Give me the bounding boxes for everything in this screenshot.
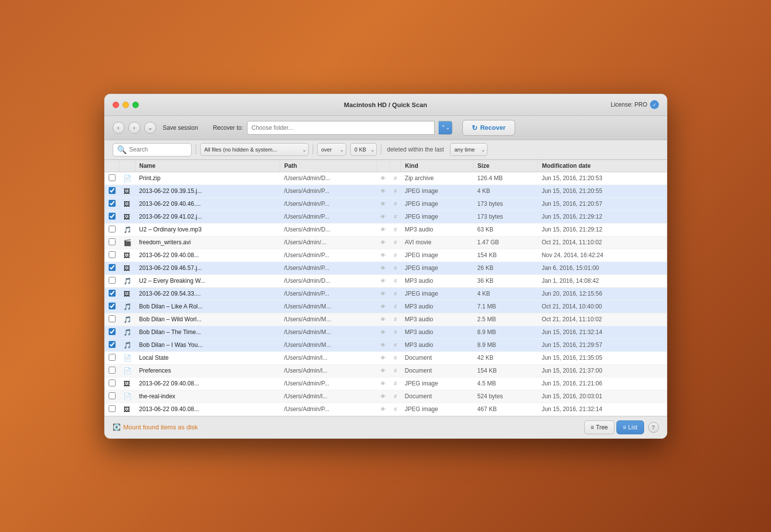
row-eye-cell[interactable]: 👁: [376, 249, 390, 262]
row-hash-cell[interactable]: #: [390, 274, 401, 287]
row-hash-cell[interactable]: #: [390, 197, 401, 210]
row-checkbox[interactable]: [109, 392, 116, 399]
row-hash-cell[interactable]: #: [390, 326, 401, 339]
list-view-button[interactable]: ≡ List: [616, 420, 644, 434]
row-checkbox[interactable]: [109, 251, 116, 258]
eye-icon[interactable]: 👁: [380, 342, 386, 348]
row-checkbox[interactable]: [109, 238, 116, 245]
row-eye-cell[interactable]: 👁: [376, 262, 390, 274]
row-hash-cell[interactable]: #: [390, 287, 401, 300]
folder-dropdown-button[interactable]: ⌃⌄: [439, 121, 452, 135]
eye-icon[interactable]: 👁: [380, 278, 386, 284]
row-eye-cell[interactable]: 👁: [376, 287, 390, 300]
row-hash-cell[interactable]: #: [390, 313, 401, 326]
eye-icon[interactable]: 👁: [380, 406, 386, 412]
hash-icon[interactable]: #: [394, 342, 397, 348]
hash-icon[interactable]: #: [394, 406, 397, 412]
row-checkbox[interactable]: [109, 174, 116, 181]
row-hash-cell[interactable]: #: [390, 185, 401, 197]
hash-icon[interactable]: #: [394, 265, 397, 271]
row-checkbox[interactable]: [109, 303, 116, 309]
eye-icon[interactable]: 👁: [380, 265, 386, 271]
row-eye-cell[interactable]: 👁: [376, 339, 390, 351]
tree-view-button[interactable]: ≡ Tree: [584, 420, 614, 434]
row-checkbox[interactable]: [109, 367, 116, 374]
folder-input[interactable]: [247, 121, 435, 135]
row-hash-cell[interactable]: #: [390, 300, 401, 313]
row-checkbox[interactable]: [109, 341, 116, 348]
row-eye-cell[interactable]: 👁: [376, 185, 390, 197]
row-eye-cell[interactable]: 👁: [376, 197, 390, 210]
eye-icon[interactable]: 👁: [380, 368, 386, 374]
row-hash-cell[interactable]: #: [390, 351, 401, 364]
row-hash-cell[interactable]: #: [390, 377, 401, 390]
row-hash-cell[interactable]: #: [390, 249, 401, 262]
row-checkbox[interactable]: [109, 380, 116, 386]
row-checkbox[interactable]: [109, 277, 116, 284]
row-eye-cell[interactable]: 👁: [376, 390, 390, 403]
hash-icon[interactable]: #: [394, 304, 397, 309]
hash-icon[interactable]: #: [394, 329, 397, 335]
row-hash-cell[interactable]: #: [390, 364, 401, 377]
eye-icon[interactable]: 👁: [380, 227, 386, 232]
back-button[interactable]: ‹: [113, 122, 124, 134]
eye-icon[interactable]: 👁: [380, 380, 386, 386]
minimize-button[interactable]: [122, 102, 129, 108]
row-eye-cell[interactable]: 👁: [376, 210, 390, 223]
row-hash-cell[interactable]: #: [390, 339, 401, 351]
row-checkbox[interactable]: [109, 354, 116, 361]
size-comparison-select[interactable]: over under: [317, 143, 346, 156]
col-path[interactable]: Path: [280, 160, 377, 172]
row-checkbox[interactable]: [109, 405, 116, 412]
row-checkbox[interactable]: [109, 213, 116, 220]
forward-button[interactable]: ›: [128, 122, 140, 134]
col-kind[interactable]: Kind: [401, 160, 474, 172]
hash-icon[interactable]: #: [394, 175, 397, 181]
col-name[interactable]: Name: [135, 160, 280, 172]
row-eye-cell[interactable]: 👁: [376, 377, 390, 390]
hash-icon[interactable]: #: [394, 380, 397, 386]
close-button[interactable]: [113, 102, 119, 108]
help-button[interactable]: ?: [648, 422, 659, 433]
row-hash-cell[interactable]: #: [390, 403, 401, 416]
eye-icon[interactable]: 👁: [380, 329, 386, 335]
eye-icon[interactable]: 👁: [380, 355, 386, 361]
hash-icon[interactable]: #: [394, 188, 397, 194]
eye-icon[interactable]: 👁: [380, 201, 386, 207]
hash-icon[interactable]: #: [394, 201, 397, 207]
time-filter-select[interactable]: any time last hour last day last week: [450, 143, 487, 156]
hash-icon[interactable]: #: [394, 252, 397, 258]
row-eye-cell[interactable]: 👁: [376, 351, 390, 364]
hash-icon[interactable]: #: [394, 355, 397, 361]
row-checkbox[interactable]: [109, 328, 116, 335]
eye-icon[interactable]: 👁: [380, 393, 386, 399]
row-hash-cell[interactable]: #: [390, 262, 401, 274]
recover-button[interactable]: ↻ Recover: [462, 120, 515, 136]
eye-icon[interactable]: 👁: [380, 188, 386, 194]
search-input[interactable]: [129, 146, 189, 153]
row-checkbox[interactable]: [109, 187, 116, 194]
eye-icon[interactable]: 👁: [380, 214, 386, 220]
row-eye-cell[interactable]: 👁: [376, 172, 390, 185]
row-hash-cell[interactable]: #: [390, 172, 401, 185]
hash-icon[interactable]: #: [394, 291, 397, 297]
hash-icon[interactable]: #: [394, 316, 397, 322]
eye-icon[interactable]: 👁: [380, 291, 386, 297]
row-eye-cell[interactable]: 👁: [376, 313, 390, 326]
row-checkbox[interactable]: [109, 290, 116, 297]
row-hash-cell[interactable]: #: [390, 210, 401, 223]
row-eye-cell[interactable]: 👁: [376, 223, 390, 236]
eye-icon[interactable]: 👁: [380, 239, 386, 245]
row-hash-cell[interactable]: #: [390, 390, 401, 403]
down-button[interactable]: ⌄: [144, 122, 156, 134]
hash-icon[interactable]: #: [394, 368, 397, 374]
eye-icon[interactable]: 👁: [380, 316, 386, 322]
row-eye-cell[interactable]: 👁: [376, 300, 390, 313]
row-eye-cell[interactable]: 👁: [376, 236, 390, 249]
hash-icon[interactable]: #: [394, 214, 397, 220]
maximize-button[interactable]: [132, 102, 139, 108]
size-value-select[interactable]: 0 KB: [350, 143, 377, 156]
files-filter[interactable]: All files (no hidden & system...: [200, 143, 309, 156]
row-eye-cell[interactable]: 👁: [376, 364, 390, 377]
row-hash-cell[interactable]: #: [390, 223, 401, 236]
